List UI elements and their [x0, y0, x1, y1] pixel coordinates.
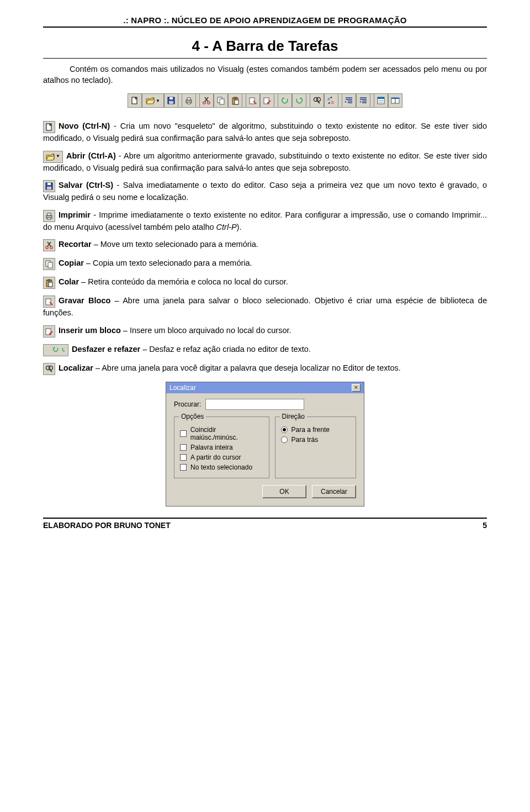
undo-icon[interactable] [278, 93, 292, 108]
entry-cut-icon: Recortar – Move um texto selecionado par… [43, 239, 487, 251]
svg-rect-6 [187, 102, 190, 104]
radio-label: Para a frente [292, 426, 330, 434]
svg-rect-31 [47, 218, 51, 219]
find-dialog: Localizar × Procurar: Opções Coincidir m… [166, 382, 364, 507]
svg-rect-10 [220, 99, 224, 104]
direction-group: Direção Para a frentePara trás [275, 416, 356, 478]
option-checkbox[interactable]: Coincidir maiúsc./minúsc. [180, 426, 263, 441]
replace-icon[interactable]: AB [324, 93, 338, 108]
checkbox-icon[interactable] [180, 430, 187, 437]
option-label: A partir do cursor [190, 454, 241, 461]
save-icon [43, 180, 55, 192]
save-icon[interactable] [164, 93, 178, 108]
entry-undo-redo-icon: Desfazer e refazer – Desfaz e refaz ação… [43, 344, 487, 356]
svg-point-8 [208, 102, 210, 104]
svg-rect-27 [47, 183, 51, 185]
dialog-title: Localizar [169, 384, 196, 392]
direction-radio[interactable]: Para a frente [281, 426, 350, 434]
cut-icon [43, 239, 55, 251]
svg-text:B: B [331, 101, 334, 104]
paste-icon [43, 277, 55, 289]
entry-text: – Copia um texto selecionado para a memó… [84, 259, 252, 267]
direction-radio[interactable]: Para trás [281, 436, 350, 444]
checkbox-icon[interactable] [180, 454, 187, 461]
undo-redo-icon [43, 344, 68, 356]
option-label: Coincidir maiúsc./minúsc. [190, 426, 263, 441]
page-title: 4 - A Barra de Tarefas [43, 38, 487, 59]
svg-rect-24 [391, 98, 399, 99]
entry-text: – Move um texto selecionado para a memór… [92, 240, 258, 249]
svg-rect-13 [235, 100, 239, 104]
entry-paste-icon: Colar – Retira conteúdo da memória e col… [43, 277, 487, 289]
close-icon[interactable]: × [352, 384, 361, 392]
find-icon[interactable] [310, 93, 324, 108]
intro-text: Contém os comandos mais utilizados no Vi… [43, 64, 487, 86]
entry-label: Recortar [59, 240, 92, 249]
svg-rect-5 [187, 98, 190, 100]
indent-icon[interactable] [342, 93, 356, 108]
entry-label: Novo (Ctrl-N) [59, 122, 110, 130]
svg-rect-12 [234, 97, 236, 99]
search-label: Procurar: [174, 400, 201, 408]
radio-label: Para trás [292, 436, 319, 444]
show2-icon[interactable] [388, 93, 402, 108]
new-icon [43, 121, 55, 133]
entry-label: Abrir (Ctrl-A) [66, 151, 116, 160]
entry-text: - Imprime imediatamente o texto existent… [43, 210, 487, 231]
svg-rect-35 [48, 262, 52, 268]
doc-header: .: NAPRO :. NÚCLEO DE APOIO APRENDIZAGEM… [43, 15, 487, 28]
svg-point-17 [317, 98, 321, 102]
insert-block-icon[interactable] [260, 93, 274, 108]
entry-text: – Desfaz e refaz ação criada no editor d… [140, 345, 311, 354]
search-input[interactable] [205, 399, 304, 410]
radio-icon[interactable] [281, 426, 288, 433]
options-group: Opções Coincidir maiúsc./minúsc.Palavra … [174, 416, 269, 478]
option-label: No texto selecionado [190, 463, 252, 471]
options-legend: Opções [179, 413, 206, 420]
option-checkbox[interactable]: No texto selecionado [180, 463, 263, 471]
option-label: Palavra inteira [190, 444, 233, 451]
entry-text: – Insere um bloco arquivado no local do … [121, 326, 292, 335]
outdent-icon[interactable] [356, 93, 370, 108]
open-icon: ▼ [43, 151, 63, 163]
copy-icon[interactable] [214, 93, 228, 108]
entry-open-icon: ▼Abrir (Ctrl-A) - Abre um algoritmo ante… [43, 151, 487, 174]
dialog-titlebar: Localizar × [166, 382, 364, 393]
radio-icon[interactable] [281, 436, 288, 443]
svg-rect-28 [47, 187, 51, 189]
entry-save-block-icon: Gravar Bloco – Abre uma janela para salv… [43, 296, 487, 319]
ok-button[interactable]: OK [262, 485, 306, 498]
print-icon[interactable] [182, 93, 196, 108]
footer-left: ELABORADO POR BRUNO TONET [43, 521, 171, 530]
paste-icon[interactable] [228, 93, 242, 108]
entry-text: – Abre uma janela para você digitar a pa… [93, 363, 401, 372]
entry-italic: Ctrl-P [216, 223, 237, 231]
svg-rect-2 [169, 97, 173, 99]
checkbox-icon[interactable] [180, 444, 187, 451]
entry-print-icon: Imprimir - Imprime imediatamente o texto… [43, 210, 487, 233]
entry-label: Copiar [59, 259, 84, 267]
svg-rect-21 [378, 97, 384, 99]
cancel-button[interactable]: Cancelar [312, 485, 356, 498]
checkbox-icon[interactable] [180, 464, 187, 471]
svg-rect-30 [47, 213, 51, 215]
entry-label: Imprimir [59, 210, 91, 219]
option-checkbox[interactable]: Palavra inteira [180, 444, 263, 451]
svg-rect-3 [169, 101, 173, 104]
redo-icon[interactable] [292, 93, 306, 108]
svg-point-7 [203, 102, 205, 104]
new-icon[interactable] [128, 93, 142, 108]
print-icon [43, 210, 55, 222]
option-checkbox[interactable]: A partir do cursor [180, 454, 263, 461]
save-block-icon[interactable] [246, 93, 260, 108]
svg-point-42 [49, 366, 53, 370]
entry-label: Gravar Bloco [59, 296, 110, 305]
entry-text: – Retira conteúdo da memória e coloca no… [79, 277, 288, 286]
footer: ELABORADO POR BRUNO TONET 5 [43, 518, 487, 530]
entry-label: Salvar (Ctrl-S) [59, 181, 113, 189]
svg-rect-37 [48, 280, 50, 281]
cut-icon[interactable] [199, 93, 214, 108]
show1-icon[interactable] [374, 93, 388, 108]
open-icon[interactable]: ▼ [142, 93, 164, 108]
entry-find-icon: Localizar – Abre uma janela para você di… [43, 363, 487, 375]
